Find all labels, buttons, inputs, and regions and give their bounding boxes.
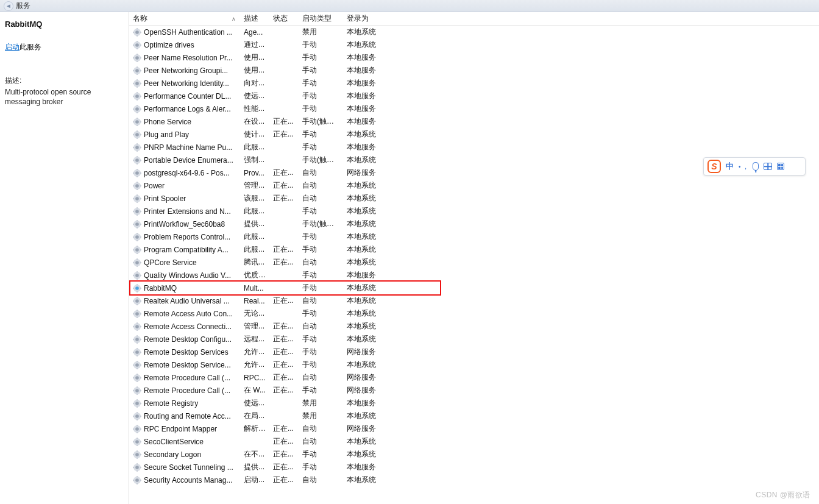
svg-rect-147 xyxy=(136,342,137,343)
cell-logon: 本地系统 xyxy=(343,411,394,421)
service-row[interactable]: QPCore Service腾讯...正在...自动本地系统 xyxy=(129,256,819,269)
cell-logon: 本地服务 xyxy=(343,91,394,101)
ime-keyboard-icon[interactable] xyxy=(764,163,772,170)
svg-point-127 xyxy=(135,299,139,303)
service-gear-icon xyxy=(133,322,141,331)
cell-desc: 此服... xyxy=(240,142,269,152)
service-row[interactable]: Remote Procedure Call (...在 W...正在...手动网… xyxy=(129,384,819,397)
svg-point-193 xyxy=(135,440,139,444)
service-row[interactable]: Secure Socket Tunneling ...提供...正在...手动本… xyxy=(129,461,819,474)
svg-rect-195 xyxy=(136,444,137,445)
service-name-text: Remote Access Auto Con... xyxy=(144,310,233,318)
service-name-text: Remote Desktop Services xyxy=(144,348,229,357)
start-service-link[interactable]: 启动 xyxy=(5,43,20,51)
service-gear-icon xyxy=(133,374,141,382)
ime-toolbar[interactable]: S 中 • , xyxy=(703,157,806,176)
svg-rect-9 xyxy=(136,48,137,49)
service-row[interactable]: Power管理...正在...自动本地系统 xyxy=(129,179,819,192)
ime-menu-icon[interactable] xyxy=(777,163,784,170)
service-row[interactable]: OpenSSH Authentication ...Age...禁用本地系统 xyxy=(129,26,819,38)
cell-desc: 优质 ... xyxy=(240,270,269,280)
cell-desc: 在 W... xyxy=(240,385,269,396)
cell-name: Realtek Audio Universal ... xyxy=(129,297,240,305)
col-name[interactable]: 名称∧ xyxy=(129,13,240,24)
service-row[interactable]: PNRP Machine Name Pu...此服...手动本地服务 xyxy=(129,141,819,154)
cell-status: 正在... xyxy=(269,168,299,178)
service-name-text: PNRP Machine Name Pu... xyxy=(144,143,232,152)
svg-rect-130 xyxy=(133,300,134,301)
service-row[interactable]: Printer Extensions and N...此服...手动本地系统 xyxy=(129,205,819,218)
cell-desc: Age... xyxy=(240,28,269,37)
service-name-text: RPC Endpoint Mapper xyxy=(144,425,217,433)
cell-start-type: 手动 xyxy=(299,334,343,344)
cell-logon: 本地系统 xyxy=(343,308,394,319)
ime-logo-icon[interactable]: S xyxy=(707,160,721,173)
service-row[interactable]: Remote Access Auto Con...无论...手动本地系统 xyxy=(129,307,819,320)
col-start-type[interactable]: 启动类型 xyxy=(299,13,343,24)
service-row[interactable]: Secondary Logon在不...正在...手动本地系统 xyxy=(129,448,819,461)
cell-logon: 本地系统 xyxy=(343,360,394,370)
service-row[interactable]: Remote Registry使远...禁用本地服务 xyxy=(129,397,819,410)
service-row[interactable]: Remote Desktop Services允许...正在...手动网络服务 xyxy=(129,346,819,358)
cell-desc: Prov... xyxy=(240,169,269,177)
service-row[interactable]: Problem Reports Control...此服...手动本地系统 xyxy=(129,230,819,243)
service-row[interactable]: Peer Networking Groupi...使用...手动本地服务 xyxy=(129,64,819,77)
svg-rect-39 xyxy=(136,112,137,113)
svg-rect-189 xyxy=(136,431,137,433)
service-row[interactable]: RabbitMQMult...手动本地系统 xyxy=(129,282,819,294)
service-row[interactable]: Quality Windows Audio V...优质 ...手动本地服务 xyxy=(129,269,819,282)
cell-status: 正在... xyxy=(269,296,299,306)
service-row[interactable]: Performance Logs & Aler...性能...手动本地服务 xyxy=(129,102,819,115)
service-row[interactable]: Remote Desktop Configu...远程...正在...手动本地系… xyxy=(129,333,819,346)
service-name-text: Realtek Audio Universal ... xyxy=(144,297,230,305)
cell-status: 正在... xyxy=(269,360,299,370)
service-row[interactable]: Print Spooler该服...正在...自动本地系统 xyxy=(129,192,819,205)
service-row[interactable]: Plug and Play使计...正在...手动本地系统 xyxy=(129,128,819,141)
cell-name: Program Compatibility A... xyxy=(129,246,240,254)
svg-rect-68 xyxy=(136,169,137,170)
ime-mic-icon[interactable] xyxy=(753,162,759,171)
svg-rect-182 xyxy=(136,412,137,413)
service-name-text: Program Compatibility A... xyxy=(144,246,229,254)
service-row[interactable]: Peer Name Resolution Pr...使用...手动本地服务 xyxy=(129,51,819,64)
service-row[interactable]: Program Compatibility A...此服...正在...手动本地… xyxy=(129,243,819,256)
service-name-text: QPCore Service xyxy=(144,258,197,267)
services-list-pane: 名称∧ 描述 状态 启动类型 登录为 OpenSSH Authenticatio… xyxy=(129,12,819,504)
service-row[interactable]: Peer Networking Identity...向对...手动本地服务 xyxy=(129,77,819,90)
service-row[interactable]: Phone Service在设...正在...手动(触发...本地服务 xyxy=(129,115,819,128)
cell-logon: 网络服务 xyxy=(343,424,394,434)
cell-name: Remote Registry xyxy=(129,399,240,408)
service-row[interactable]: Remote Access Connecti...管理...正在...自动本地系… xyxy=(129,320,819,333)
service-row[interactable]: SecoClientService正在...自动本地系统 xyxy=(129,435,819,448)
service-row[interactable]: Performance Counter DL...使远...手动本地服务 xyxy=(129,90,819,102)
service-gear-icon xyxy=(133,118,141,126)
svg-rect-77 xyxy=(140,185,141,186)
ime-punct-icon[interactable]: • , xyxy=(739,163,748,170)
service-row[interactable]: Remote Desktop Service...允许...正在...手动本地系… xyxy=(129,358,819,371)
service-row[interactable]: RPC Endpoint Mapper解析 ...正在...自动网络服务 xyxy=(129,422,819,435)
svg-rect-58 xyxy=(133,147,134,147)
back-icon[interactable]: ◄ xyxy=(4,1,13,11)
cell-name: Remote Procedure Call (... xyxy=(129,374,240,382)
svg-rect-106 xyxy=(133,249,134,250)
svg-rect-56 xyxy=(136,143,137,144)
cell-desc: 在不... xyxy=(240,449,269,460)
service-row[interactable]: Security Accounts Manag...启动...正在...自动本地… xyxy=(129,474,819,486)
cell-start-type: 禁用 xyxy=(299,398,343,408)
cell-desc: 强制... xyxy=(240,155,269,165)
svg-point-151 xyxy=(135,350,139,354)
svg-rect-207 xyxy=(136,470,137,471)
svg-rect-194 xyxy=(136,438,137,439)
service-row[interactable]: Routing and Remote Acc...在局...禁用本地系统 xyxy=(129,410,819,422)
svg-rect-65 xyxy=(140,160,141,160)
service-row[interactable]: Remote Procedure Call (...RPC...正在...自动网… xyxy=(129,371,819,384)
service-row[interactable]: PrintWorkflow_5ec60ba8提供...手动(触发...本地系统 xyxy=(129,218,819,230)
cell-name: Plug and Play xyxy=(129,130,240,139)
service-row[interactable]: Realtek Audio Universal ...Real...正在...自… xyxy=(129,294,819,307)
service-row[interactable]: Optimize drives通过...手动本地系统 xyxy=(129,38,819,51)
col-status[interactable]: 状态 xyxy=(269,13,299,24)
ime-lang-indicator[interactable]: 中 xyxy=(726,161,734,172)
col-desc[interactable]: 描述 xyxy=(240,13,269,24)
col-logon[interactable]: 登录为 xyxy=(343,13,394,24)
service-name-text: Routing and Remote Acc... xyxy=(144,412,231,421)
